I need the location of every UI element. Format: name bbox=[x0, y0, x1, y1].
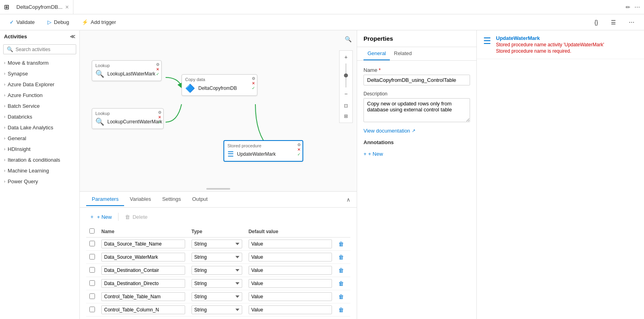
row-delete-button[interactable]: 🗑 bbox=[338, 280, 344, 287]
row-checkbox[interactable] bbox=[89, 241, 95, 246]
edit-icon[interactable]: ✏ bbox=[626, 4, 630, 10]
name-input[interactable] bbox=[363, 75, 470, 85]
lookup1-node[interactable]: Lookup 🔍 LookupLastWaterMark ⚙ ✕ ✓ bbox=[92, 60, 162, 81]
plus-icon: + bbox=[363, 151, 367, 157]
view-doc-link[interactable]: View documentation ↗ bbox=[363, 128, 470, 134]
annotations-label: Annotations bbox=[363, 139, 470, 145]
row-checkbox[interactable] bbox=[89, 267, 95, 273]
list-button[interactable]: ☰ bbox=[608, 18, 619, 27]
node-settings-icon[interactable]: ⚙ bbox=[156, 62, 160, 67]
sidebar-item-databricks[interactable]: › Databricks bbox=[0, 111, 79, 122]
collapse-panel-button[interactable]: ∧ bbox=[346, 196, 350, 203]
new-annotation-button[interactable]: + + New bbox=[363, 151, 470, 157]
search-input[interactable] bbox=[16, 47, 75, 52]
zoom-out-button[interactable]: − bbox=[341, 89, 351, 99]
search-canvas-button[interactable]: 🔍 bbox=[343, 34, 353, 44]
row-type-select[interactable]: String Int Float Bool Array Object Secur… bbox=[192, 240, 242, 248]
row-delete-button[interactable]: 🗑 bbox=[338, 307, 344, 313]
row-delete-button[interactable]: 🗑 bbox=[338, 293, 344, 300]
sidebar-item-power-query[interactable]: › Power Query bbox=[0, 176, 79, 187]
node-delete-icon[interactable]: ✕ bbox=[297, 147, 301, 152]
node-check-icon: ✓ bbox=[158, 120, 162, 124]
description-label: Description bbox=[363, 91, 470, 97]
table-row: String Int Float Bool Array Object Secur… bbox=[86, 290, 350, 303]
sidebar-item-synapse[interactable]: › Synapse bbox=[0, 68, 79, 79]
row-delete-button[interactable]: 🗑 bbox=[338, 254, 344, 260]
table-row: String Int Float Bool Array Object Secur… bbox=[86, 303, 350, 317]
sidebar-item-azure-data-explorer[interactable]: › Azure Data Explorer bbox=[0, 79, 79, 90]
validate-button[interactable]: ✓ Validate bbox=[6, 18, 38, 27]
tab-settings[interactable]: Settings bbox=[156, 193, 186, 206]
node-delete-icon[interactable]: ✕ bbox=[252, 81, 255, 85]
node-delete-icon[interactable]: ✕ bbox=[158, 115, 162, 119]
debug-button[interactable]: ▷ Debug bbox=[44, 18, 72, 27]
sidebar-item-data-lake-analytics[interactable]: › Data Lake Analytics bbox=[0, 122, 79, 133]
sidebar-item-general[interactable]: › General bbox=[0, 133, 79, 144]
description-textarea[interactable]: Copy new or updated rows only from datab… bbox=[363, 98, 470, 122]
node-check-icon: ✓ bbox=[252, 86, 255, 90]
collapse-left-icon[interactable]: ≪ bbox=[70, 34, 75, 40]
row-value-input[interactable] bbox=[249, 266, 332, 275]
row-type-select[interactable]: String Int Float Bool Array Object Secur… bbox=[192, 266, 242, 275]
copy-icon: 🔷 bbox=[185, 83, 195, 93]
zoom-in-button[interactable]: + bbox=[341, 52, 351, 62]
tab-variables[interactable]: Variables bbox=[124, 193, 156, 206]
sidebar-item-label: Azure Function bbox=[8, 92, 42, 98]
row-value-input[interactable] bbox=[249, 253, 332, 262]
row-name-input[interactable] bbox=[101, 305, 185, 314]
row-checkbox[interactable] bbox=[89, 307, 95, 312]
sidebar-item-batch-service[interactable]: › Batch Service bbox=[0, 101, 79, 111]
row-checkbox[interactable] bbox=[89, 254, 95, 260]
tab-related[interactable]: Related bbox=[390, 47, 416, 60]
sidebar-item-machine-learning[interactable]: › Machine Learning bbox=[0, 165, 79, 176]
lookup2-node[interactable]: Lookup 🔍 LookupCurrentWaterMark ⚙ ✕ ✓ bbox=[92, 108, 164, 129]
tab-item[interactable]: DeltaCopyfromDB... ✕ bbox=[12, 0, 73, 14]
layout-button[interactable]: ⊞ bbox=[341, 111, 351, 121]
row-type-cell: String Int Float Bool Array Object Secur… bbox=[188, 264, 245, 277]
sidebar-item-azure-function[interactable]: › Azure Function bbox=[0, 90, 79, 101]
row-type-select[interactable]: String Int Float Bool Array Object Secur… bbox=[192, 292, 242, 301]
row-value-input[interactable] bbox=[249, 240, 332, 248]
stored-procedure-node[interactable]: Stored procedure ☰ UpdateWaterMark ⚙ ✕ ✓ bbox=[223, 140, 303, 162]
tab-parameters[interactable]: Parameters bbox=[86, 193, 124, 206]
fit-button[interactable]: ⊡ bbox=[341, 101, 351, 111]
canvas-top[interactable]: Lookup 🔍 LookupLastWaterMark ⚙ ✕ ✓ Looku… bbox=[80, 30, 357, 191]
delete-parameter-button[interactable]: 🗑 Delete bbox=[122, 212, 151, 222]
row-name-input[interactable] bbox=[101, 266, 185, 275]
tab-general[interactable]: General bbox=[363, 47, 390, 60]
row-checkbox[interactable] bbox=[89, 293, 95, 299]
more-options-icon[interactable]: ⋯ bbox=[634, 4, 640, 10]
row-name-input[interactable] bbox=[101, 292, 185, 301]
view-documentation[interactable]: View documentation ↗ bbox=[363, 128, 470, 134]
row-name-input[interactable] bbox=[101, 253, 185, 262]
sidebar-item-hdinsight[interactable]: › HDInsight bbox=[0, 144, 79, 155]
node-settings-icon[interactable]: ⚙ bbox=[252, 76, 255, 81]
node-settings-icon[interactable]: ⚙ bbox=[297, 143, 301, 147]
row-type-select[interactable]: String Int Float Bool Array Object Secur… bbox=[192, 279, 242, 288]
name-field: Name * bbox=[363, 67, 470, 85]
row-value-input[interactable] bbox=[249, 305, 332, 314]
node-delete-icon[interactable]: ✕ bbox=[156, 67, 160, 71]
sidebar-item-iteration-conditionals[interactable]: › Iteration & conditionals bbox=[0, 155, 79, 165]
sidebar-item-move-transform[interactable]: › Move & transform bbox=[0, 57, 79, 68]
row-name-input[interactable] bbox=[101, 240, 185, 248]
row-type-select[interactable]: String Int Float Bool Array Object Secur… bbox=[192, 305, 242, 314]
row-value-input[interactable] bbox=[249, 279, 332, 288]
copy-data-node[interactable]: Copy data 🔷 DeltaCopyfromDB ⚙ ✕ ✓ bbox=[182, 74, 257, 96]
row-delete-button[interactable]: 🗑 bbox=[338, 241, 344, 247]
row-type-cell: String Int Float Bool Array Object Secur… bbox=[188, 251, 245, 264]
node-settings-icon[interactable]: ⚙ bbox=[158, 110, 162, 115]
select-all-checkbox[interactable] bbox=[89, 228, 95, 234]
tab-close-icon[interactable]: ✕ bbox=[65, 4, 69, 10]
code-button[interactable]: {} bbox=[591, 18, 601, 27]
row-value-input[interactable] bbox=[249, 292, 332, 301]
toolbar-more-button[interactable]: ⋯ bbox=[626, 18, 638, 27]
new-parameter-button[interactable]: ＋ + New bbox=[86, 212, 115, 222]
row-delete-button[interactable]: 🗑 bbox=[338, 267, 344, 273]
row-name-input[interactable] bbox=[101, 279, 185, 288]
row-checkbox[interactable] bbox=[89, 280, 95, 286]
add-trigger-button[interactable]: ⚡ Add trigger bbox=[79, 18, 119, 27]
row-type-select[interactable]: String Int Float Bool Array Object Secur… bbox=[192, 253, 242, 262]
table-header-row: Name Type Default value bbox=[86, 226, 350, 238]
tab-output[interactable]: Output bbox=[186, 193, 213, 206]
